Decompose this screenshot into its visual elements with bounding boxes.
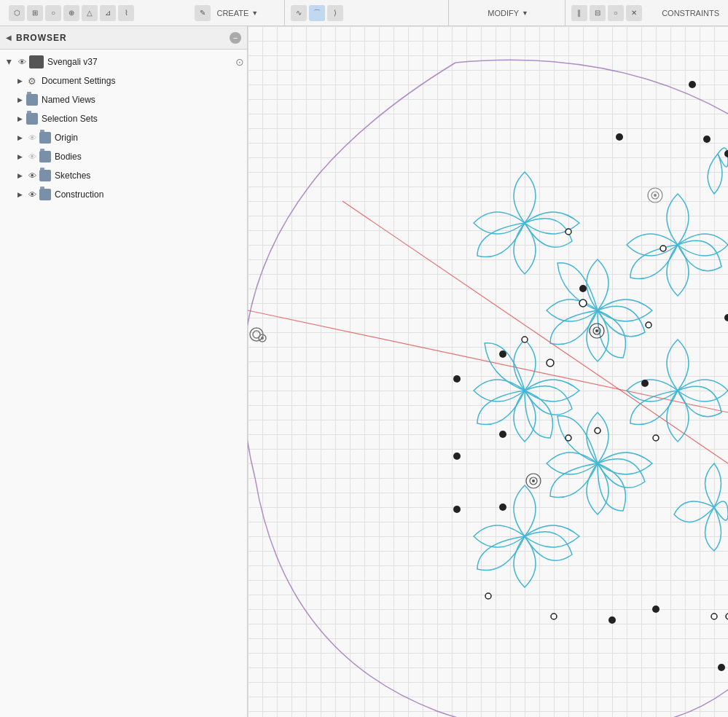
dot-markers [453, 81, 728, 682]
modify-caret[interactable]: ▼ [522, 9, 528, 17]
named-views-label: Named Views [42, 95, 244, 105]
toolbar-icon-1[interactable]: ⬡ [9, 5, 25, 21]
svg-point-20 [547, 359, 554, 367]
modify-icon-3[interactable]: ⟩ [327, 5, 343, 21]
svg-point-27 [595, 428, 600, 434]
svg-point-14 [724, 314, 728, 321]
root-eye-icon[interactable]: 👁 [16, 56, 28, 68]
construction-label: Construction [55, 189, 244, 200]
named-views-folder-icon [26, 94, 38, 106]
root-label: Svengali v37 [47, 57, 234, 67]
canvas-area[interactable] [248, 26, 728, 717]
modify-label: MODIFY [488, 9, 519, 17]
tree-item-named-views[interactable]: ▶ Named Views [0, 90, 247, 109]
construction-expand[interactable]: ▶ [15, 189, 25, 200]
doc-settings-expand[interactable]: ▶ [15, 76, 25, 86]
browser-panel: ◀ BROWSER − ▶ 👁 Svengali v37 ⊙ ▶ ⚙ Docum… [0, 26, 248, 717]
create-label: CREATE [216, 9, 248, 17]
sketches-expand[interactable]: ▶ [15, 171, 25, 181]
sketches-eye-icon[interactable]: 👁 [26, 170, 38, 181]
svg-point-10 [641, 380, 649, 387]
constraint-icon-4[interactable]: ✕ [626, 5, 642, 21]
selection-sets-label: Selection Sets [42, 114, 244, 124]
browser-header: ◀ BROWSER − [0, 26, 247, 50]
doc-settings-label: Document Settings [42, 76, 244, 86]
toolbar: ⬡ ⊞ ○ ⊕ △ ⊿ ⌇ ✎ CREATE ▼ ∿ ⌒ ⟩ MODIFY ▼ … [0, 0, 728, 26]
modify-icon-1[interactable]: ∿ [291, 5, 307, 21]
constraint-icon-2[interactable]: ⊟ [590, 5, 606, 21]
svg-point-6 [499, 431, 506, 438]
svg-point-23 [565, 229, 571, 235]
svg-point-33 [485, 593, 491, 599]
root-settings-icon[interactable]: ⊙ [235, 56, 244, 68]
sketches-folder-icon [39, 170, 51, 181]
tree-item-root[interactable]: ▶ 👁 Svengali v37 ⊙ [0, 52, 247, 71]
origin-expand[interactable]: ▶ [15, 133, 25, 143]
bodies-folder-icon [39, 151, 51, 162]
svg-point-16 [652, 606, 659, 613]
browser-tree: ▶ 👁 Svengali v37 ⊙ ▶ ⚙ Document Settings… [0, 50, 247, 207]
toolbar-icon-5[interactable]: △ [82, 5, 98, 21]
named-views-expand[interactable]: ▶ [15, 95, 25, 105]
svg-point-12 [703, 136, 711, 143]
bodies-eye-icon[interactable]: 👁 [26, 151, 38, 162]
constraint-icons [526, 188, 728, 599]
root-expand-arrow[interactable]: ▶ [4, 57, 15, 67]
modify-icon-2[interactable]: ⌒ [309, 5, 325, 21]
svg-point-39 [595, 329, 598, 332]
svg-point-25 [565, 435, 571, 441]
toolbar-icon-6[interactable]: ⊿ [100, 5, 116, 21]
svg-point-2 [453, 375, 461, 383]
tree-item-origin[interactable]: ▶ 👁 Origin [0, 128, 247, 147]
svg-point-42 [654, 194, 657, 197]
svg-point-17 [718, 664, 725, 671]
bodies-expand[interactable]: ▶ [15, 152, 25, 162]
tree-item-bodies[interactable]: ▶ 👁 Bodies [0, 147, 247, 166]
root-doc-icon [29, 55, 44, 68]
svg-point-21 [646, 322, 651, 328]
open-markers [485, 229, 728, 619]
svg-point-5 [499, 350, 506, 358]
create-icon-sketch[interactable]: ✎ [195, 5, 211, 21]
sketches-label: Sketches [55, 171, 244, 181]
gear-icon: ⚙ [26, 76, 38, 87]
svg-point-9 [616, 133, 623, 141]
toolbar-icon-3[interactable]: ○ [45, 5, 61, 21]
selection-sets-folder-icon [26, 113, 38, 125]
svg-point-8 [579, 285, 587, 292]
browser-minus-button[interactable]: − [230, 32, 241, 44]
svg-point-35 [711, 614, 717, 619]
tree-item-document-settings[interactable]: ▶ ⚙ Document Settings [0, 71, 247, 90]
svg-point-24 [522, 337, 528, 342]
construction-eye-icon[interactable]: 👁 [26, 189, 38, 200]
svg-point-54 [532, 479, 535, 482]
constraint-icon-1[interactable]: ∥ [571, 5, 587, 21]
tree-item-sketches[interactable]: ▶ 👁 Sketches [0, 166, 247, 185]
origin-folder-icon [39, 132, 51, 144]
bodies-label: Bodies [55, 152, 244, 162]
svg-point-13 [724, 150, 728, 157]
browser-collapse-icon[interactable]: ◀ [6, 34, 12, 42]
toolbar-icon-2[interactable]: ⊞ [27, 5, 43, 21]
browser-title: BROWSER [16, 33, 225, 43]
tree-item-construction[interactable]: ▶ 👁 Construction [0, 185, 247, 204]
svg-point-22 [660, 246, 666, 251]
construction-folder-icon [39, 189, 51, 200]
svg-point-15 [608, 616, 616, 624]
create-caret[interactable]: ▼ [251, 9, 258, 17]
svg-point-7 [499, 504, 506, 511]
toolbar-icon-4[interactable]: ⊕ [63, 5, 79, 21]
svg-point-26 [653, 435, 659, 441]
svg-point-11 [689, 81, 696, 88]
origin-label: Origin [55, 133, 244, 143]
constraint-icon-3[interactable]: ○ [608, 5, 624, 21]
selection-sets-expand[interactable]: ▶ [15, 114, 25, 124]
origin-eye-icon[interactable]: 👁 [26, 132, 38, 144]
sketch-svg [248, 26, 728, 717]
svg-line-0 [248, 310, 728, 412]
tree-item-selection-sets[interactable]: ▶ Selection Sets [0, 109, 247, 128]
svg-point-4 [453, 506, 461, 513]
constraints-label: CONSTRAINTS [662, 9, 719, 17]
svg-point-3 [453, 452, 461, 460]
toolbar-icon-7[interactable]: ⌇ [118, 5, 134, 21]
